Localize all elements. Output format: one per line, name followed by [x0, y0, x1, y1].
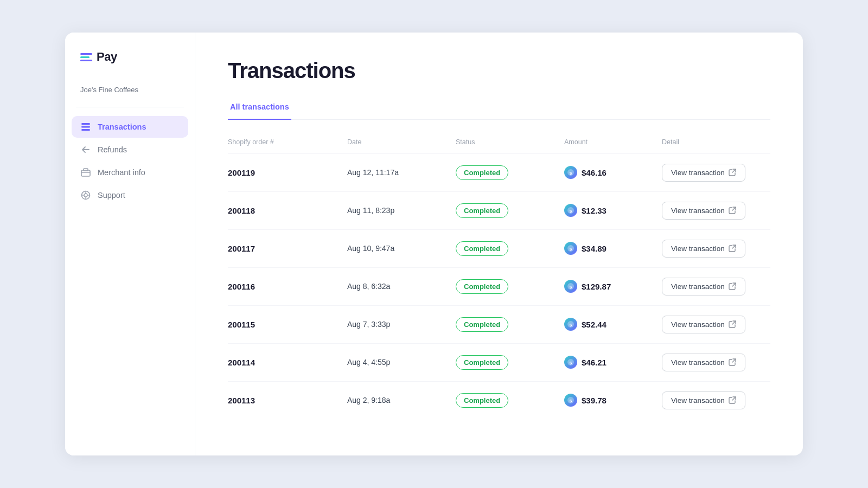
detail-cell: View transaction	[662, 202, 770, 220]
sidebar-item-merchant[interactable]: Merchant info	[72, 162, 188, 183]
view-transaction-button[interactable]: View transaction	[662, 278, 745, 296]
amount-value: $34.89	[582, 244, 607, 253]
detail-cell: View transaction	[662, 354, 770, 371]
nav-list: Transactions Refunds Mer	[65, 116, 195, 206]
logo-icon	[80, 53, 92, 61]
coin-icon: $	[564, 280, 577, 293]
external-link-icon	[729, 320, 736, 328]
order-number: 200118	[228, 206, 347, 215]
header-status: Status	[456, 138, 564, 146]
table-row: 200117 Aug 10, 9:47a Completed $ $34.89 …	[228, 229, 770, 267]
detail-cell: View transaction	[662, 391, 770, 409]
view-transaction-button[interactable]: View transaction	[662, 240, 745, 258]
table-body: 200119 Aug 12, 11:17a Completed $ $46.16…	[228, 153, 770, 419]
view-transaction-button[interactable]: View transaction	[662, 391, 745, 409]
coin-icon: $	[564, 356, 577, 369]
view-transaction-label: View transaction	[671, 245, 725, 253]
external-link-icon	[729, 396, 736, 404]
external-link-icon	[729, 358, 736, 366]
detail-cell: View transaction	[662, 240, 770, 258]
amount-value: $46.16	[582, 168, 607, 177]
support-icon	[80, 190, 91, 201]
order-number: 200119	[228, 168, 347, 177]
view-transaction-label: View transaction	[671, 358, 725, 367]
amount-cell: $ $129.87	[564, 280, 662, 293]
coin-icon: $	[564, 166, 577, 179]
order-number: 200114	[228, 358, 347, 367]
transactions-table: Shopify order # Date Status Amount Detai…	[228, 133, 770, 419]
view-transaction-button[interactable]: View transaction	[662, 316, 745, 333]
amount-cell: $ $39.78	[564, 394, 662, 407]
order-number: 200115	[228, 320, 347, 329]
table-header: Shopify order # Date Status Amount Detai…	[228, 133, 770, 151]
date-cell: Aug 11, 8:23p	[347, 206, 456, 215]
transactions-icon	[80, 121, 91, 132]
status-cell: Completed	[456, 241, 564, 256]
logo: Pay	[65, 50, 195, 86]
table-row: 200115 Aug 7, 3:33p Completed $ $52.44 V…	[228, 305, 770, 343]
sidebar-item-support[interactable]: Support	[72, 184, 188, 206]
merchant-icon	[80, 167, 91, 178]
refunds-icon	[80, 144, 91, 155]
sidebar-divider	[76, 107, 184, 107]
status-cell: Completed	[456, 317, 564, 332]
table-row: 200114 Aug 4, 4:55p Completed $ $46.21 V…	[228, 343, 770, 381]
coin-icon: $	[564, 318, 577, 331]
page-title: Transactions	[228, 59, 770, 83]
external-link-icon	[729, 282, 736, 290]
svg-text:$: $	[570, 323, 572, 328]
date-cell: Aug 4, 4:55p	[347, 358, 456, 367]
tab-all-transactions[interactable]: All transactions	[228, 98, 291, 120]
status-badge: Completed	[456, 279, 508, 294]
support-label: Support	[98, 191, 125, 200]
sidebar-item-refunds[interactable]: Refunds	[72, 139, 188, 160]
date-cell: Aug 2, 9:18a	[347, 396, 456, 404]
svg-text:$: $	[570, 399, 572, 403]
detail-cell: View transaction	[662, 164, 770, 182]
date-cell: Aug 10, 9:47a	[347, 244, 456, 253]
detail-cell: View transaction	[662, 316, 770, 333]
date-cell: Aug 8, 6:32a	[347, 282, 456, 291]
status-badge: Completed	[456, 317, 508, 332]
view-transaction-label: View transaction	[671, 169, 725, 177]
svg-text:$: $	[570, 361, 572, 365]
svg-rect-4	[84, 169, 88, 171]
external-link-icon	[729, 207, 736, 214]
status-cell: Completed	[456, 279, 564, 294]
table-row: 200118 Aug 11, 8:23p Completed $ $12.33 …	[228, 191, 770, 229]
coin-icon: $	[564, 204, 577, 217]
sidebar-item-transactions[interactable]: Transactions	[72, 116, 188, 138]
table-row: 200116 Aug 8, 6:32a Completed $ $129.87 …	[228, 267, 770, 305]
sidebar: Pay Joe's Fine Coffees Transactions	[65, 33, 195, 455]
header-date: Date	[347, 138, 456, 146]
order-number: 200117	[228, 244, 347, 253]
main-content: Transactions All transactions Shopify or…	[195, 33, 803, 455]
view-transaction-button[interactable]: View transaction	[662, 164, 745, 182]
view-transaction-button[interactable]: View transaction	[662, 354, 745, 371]
svg-text:$: $	[570, 247, 572, 252]
date-cell: Aug 12, 11:17a	[347, 168, 456, 177]
status-badge: Completed	[456, 203, 508, 218]
amount-value: $46.21	[582, 358, 607, 367]
amount-cell: $ $12.33	[564, 204, 662, 217]
status-cell: Completed	[456, 393, 564, 408]
merchant-name: Joe's Fine Coffees	[65, 86, 195, 107]
svg-text:$: $	[570, 171, 572, 176]
view-transaction-label: View transaction	[671, 396, 725, 404]
status-badge: Completed	[456, 393, 508, 408]
date-cell: Aug 7, 3:33p	[347, 320, 456, 329]
status-badge: Completed	[456, 355, 508, 370]
view-transaction-button[interactable]: View transaction	[662, 202, 745, 220]
header-detail: Detail	[662, 138, 770, 146]
svg-text:$: $	[570, 209, 572, 214]
header-amount: Amount	[564, 138, 662, 146]
status-cell: Completed	[456, 355, 564, 370]
order-number: 200116	[228, 282, 347, 291]
order-number: 200113	[228, 396, 347, 405]
view-transaction-label: View transaction	[671, 320, 725, 329]
table-row: 200119 Aug 12, 11:17a Completed $ $46.16…	[228, 153, 770, 191]
amount-cell: $ $52.44	[564, 318, 662, 331]
amount-value: $39.78	[582, 396, 607, 405]
svg-text:$: $	[570, 285, 572, 290]
table-row: 200113 Aug 2, 9:18a Completed $ $39.78 V…	[228, 381, 770, 419]
